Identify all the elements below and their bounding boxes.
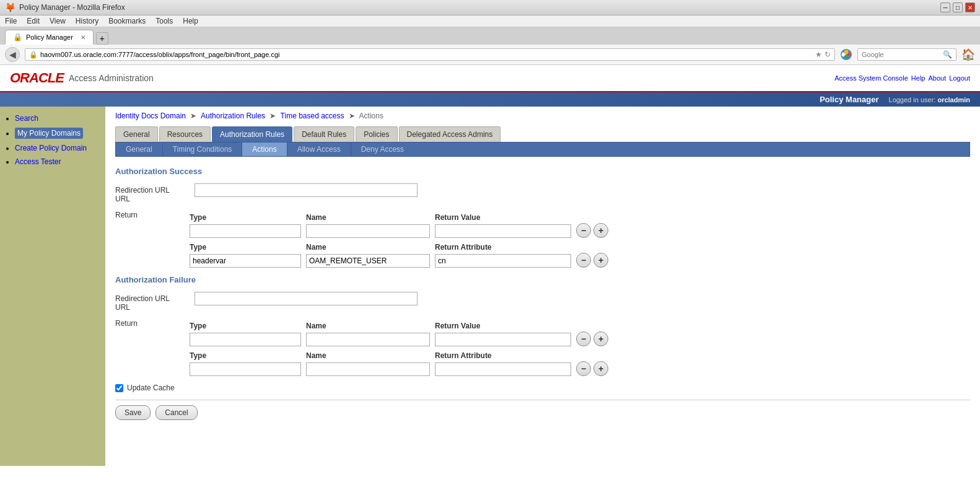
failure-name-input-1[interactable] (306, 333, 430, 346)
menu-view[interactable]: View (50, 17, 66, 25)
sub-tab-general[interactable]: General (116, 143, 163, 156)
update-cache-checkbox[interactable] (115, 384, 123, 392)
logout-link[interactable]: Logout (949, 74, 970, 82)
success-return-row2: Type Name Return Attribute − + (115, 240, 970, 268)
minimize-button[interactable]: ─ (940, 2, 950, 12)
success-row2-btns: − + (576, 253, 608, 268)
breadcrumb-identity-docs[interactable]: Identity Docs Domain (115, 112, 186, 120)
success-redirection-url-input[interactable] (195, 183, 418, 197)
refresh-icon[interactable]: ↻ (825, 50, 831, 59)
browser-icon: 🦊 (5, 2, 15, 12)
breadcrumb-authorization-rules[interactable]: Authorization Rules (201, 112, 265, 120)
failure-return-value-input-1[interactable] (435, 333, 571, 346)
failure-row1-btns: − + (576, 331, 608, 346)
form-divider (115, 400, 970, 400)
menu-help[interactable]: Help (183, 17, 198, 25)
success-type-input-2[interactable] (190, 254, 301, 268)
success-return-value-input-1[interactable] (435, 224, 571, 238)
new-tab-button[interactable]: + (96, 32, 108, 45)
success-name-input-2[interactable] (306, 254, 430, 268)
failure-row2-plus-button[interactable]: + (593, 361, 608, 376)
tab-resources[interactable]: Resources (159, 126, 211, 142)
update-cache-label[interactable]: Update Cache (127, 384, 175, 392)
url-input[interactable] (40, 51, 815, 58)
save-button[interactable]: Save (115, 405, 151, 420)
menu-edit[interactable]: Edit (27, 17, 40, 25)
menu-file[interactable]: File (5, 17, 17, 25)
failure-return-row2-fields: Type Name Return Attribute − + (190, 349, 608, 376)
tab-authorization-rules[interactable]: Authorization Rules (212, 126, 292, 142)
sub-tab-deny-access[interactable]: Deny Access (351, 143, 414, 156)
sub-tab-actions[interactable]: Actions (242, 143, 287, 156)
sidebar-item-access-tester: Access Tester (15, 157, 100, 166)
maximize-button[interactable]: □ (953, 2, 963, 12)
tab-close-icon[interactable]: ✕ (81, 34, 85, 41)
success-name-label: Name (306, 213, 430, 222)
bookmark-icon[interactable]: ★ (815, 50, 822, 59)
success-type-input-1[interactable] (190, 224, 301, 238)
sidebar-item-create-policy-domain: Create Policy Domain (15, 144, 100, 152)
failure-return-row2: Type Name Return Attribute − + (115, 349, 970, 376)
success-row1-plus-button[interactable]: + (593, 223, 608, 238)
success-row1-minus-button[interactable]: − (576, 223, 591, 238)
google-search-icon (840, 48, 852, 61)
logged-in-info: Logged in user: orcladmin (889, 96, 970, 103)
tab-delegated-access-admins[interactable]: Delegated Access Admins (399, 126, 501, 142)
close-button[interactable]: ✕ (965, 2, 975, 12)
create-policy-domain-link[interactable]: Create Policy Domain (15, 144, 87, 152)
menu-bookmarks[interactable]: Bookmarks (108, 17, 146, 25)
back-button[interactable]: ◀ (5, 47, 20, 62)
success-name-label-2: Name (306, 243, 430, 252)
sidebar-nav: Search My Policy Domains Create Policy D… (5, 114, 100, 166)
success-name-input-1[interactable] (306, 224, 430, 238)
access-tester-link[interactable]: Access Tester (15, 157, 61, 166)
success-return-row2-fields: Type Name Return Attribute − + (190, 240, 608, 268)
my-policy-domains-active[interactable]: My Policy Domains (15, 128, 83, 139)
failure-row1-plus-button[interactable]: + (593, 331, 608, 346)
breadcrumb-sep-3: ➤ (349, 112, 355, 120)
failure-return-attribute-input-2[interactable] (435, 362, 571, 376)
failure-row2-minus-button[interactable]: − (576, 361, 591, 376)
auth-failure-heading: Authorization Failure (115, 275, 970, 284)
sub-tabs: General Timing Conditions Actions Allow … (115, 142, 970, 157)
success-return-attribute-input-2[interactable] (435, 254, 571, 268)
oracle-logo: ORACLE Access Administration (10, 70, 154, 86)
menu-history[interactable]: History (76, 17, 98, 25)
about-link[interactable]: About (929, 74, 947, 82)
search-magnifier-icon[interactable]: 🔍 (943, 50, 952, 59)
failure-type-input-1[interactable] (190, 333, 301, 346)
access-system-console-link[interactable]: Access System Console (834, 74, 908, 82)
success-row2-plus-button[interactable]: + (593, 253, 608, 268)
menu-tools[interactable]: Tools (155, 17, 173, 25)
sub-tab-timing-conditions[interactable]: Timing Conditions (163, 143, 243, 156)
oracle-header: ORACLE Access Administration Access Syst… (0, 65, 980, 92)
failure-name-input-2[interactable] (306, 362, 430, 376)
failure-redirection-label: Redirection URL URL (115, 292, 190, 312)
tab-general[interactable]: General (115, 126, 158, 142)
failure-redirection-url-input[interactable] (195, 292, 418, 305)
breadcrumb-time-based-access[interactable]: Time based access (281, 112, 344, 120)
main-tabs: General Resources Authorization Rules De… (115, 126, 970, 142)
success-redirection-row: Redirection URL URL (115, 183, 970, 203)
svg-point-3 (844, 50, 849, 55)
tab-default-rules[interactable]: Default Rules (294, 126, 354, 142)
search-link[interactable]: Search (15, 114, 38, 123)
sub-tab-allow-access[interactable]: Allow Access (287, 143, 351, 156)
failure-type-input-2[interactable] (190, 362, 301, 376)
help-link[interactable]: Help (911, 74, 925, 82)
home-button[interactable]: 🏠 (961, 48, 975, 61)
search-bar: 🔍 (857, 48, 956, 61)
failure-return-label: Return (115, 319, 190, 328)
header-right: Access System Console Help About Logout (834, 74, 970, 82)
browser-menubar: File Edit View History Bookmarks Tools H… (0, 15, 980, 27)
browser-tab-active[interactable]: 🔒 Policy Manager ✕ (5, 30, 94, 45)
cancel-button[interactable]: Cancel (155, 405, 197, 420)
oracle-app-name: Access Administration (69, 73, 154, 83)
tab-policies[interactable]: Policies (356, 126, 397, 142)
success-return-attribute-label: Return Attribute (435, 243, 571, 252)
failure-row1-minus-button[interactable]: − (576, 331, 591, 346)
success-row2-minus-button[interactable]: − (576, 253, 591, 268)
search-input[interactable] (862, 51, 943, 58)
breadcrumb-actions: Actions (359, 112, 383, 120)
my-policy-domains-link[interactable]: My Policy Domains (17, 129, 81, 138)
